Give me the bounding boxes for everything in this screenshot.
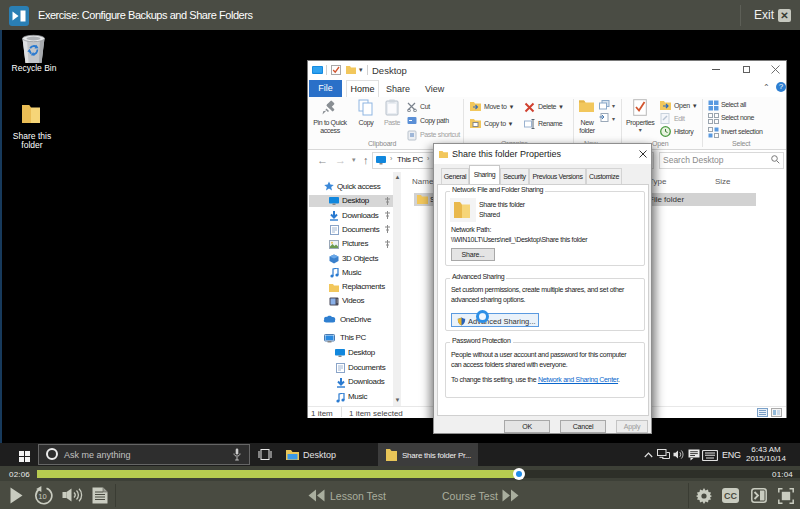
svg-text:10: 10 xyxy=(38,492,46,501)
svg-text:CC: CC xyxy=(724,491,737,501)
